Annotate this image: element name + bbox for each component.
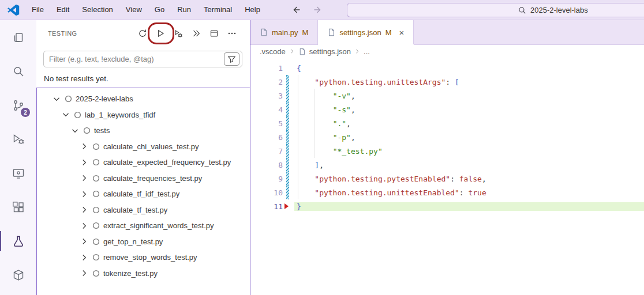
code-line-2[interactable]: 2 "python.testing.unittestArgs": [ (250, 75, 644, 89)
test-state-circle-icon (90, 174, 102, 183)
code-line-6[interactable]: 6 "-p", (250, 130, 644, 144)
menu-bar: FileEditSelectionViewGoRunTerminalHelp (25, 0, 267, 20)
tree-item-calculate_tf_test.py[interactable]: calculate_tf_test.py (37, 202, 250, 218)
line-number: 3 (250, 92, 283, 100)
chevron-right-icon[interactable] (78, 173, 90, 183)
modified-line-indicator (286, 75, 289, 89)
tree-item-2025-2-level-labs[interactable]: 2025-2-level-labs (37, 91, 250, 107)
tree-item-lab_1_keywords_tfidf[interactable]: lab_1_keywords_tfidf (37, 107, 250, 123)
debug-icon (12, 133, 25, 146)
code-line-8[interactable]: 8 ], (250, 158, 644, 172)
chevron-right-icon[interactable] (78, 205, 90, 214)
search-content: 2025-2-level-labs (518, 3, 588, 17)
gutter-decorations (283, 172, 294, 186)
activitybar-search[interactable] (0, 54, 36, 88)
chevron-right-icon[interactable] (78, 158, 90, 167)
gutter-decorations (283, 199, 294, 213)
test-state-circle-icon (90, 269, 102, 278)
tree-item-extract_significant_words_test.py[interactable]: extract_significant_words_test.py (37, 218, 250, 234)
forward-arrow-icon[interactable] (313, 5, 322, 14)
search-value: 2025-2-level-labs (530, 6, 588, 14)
chevron-down-icon[interactable] (60, 110, 72, 119)
menu-terminal[interactable]: Terminal (197, 0, 238, 20)
code-line-7[interactable]: 7 "*_test.py" (250, 144, 644, 158)
title-bar: FileEditSelectionViewGoRunTerminalHelp 2… (0, 0, 644, 20)
activitybar-run-and-debug[interactable] (0, 122, 36, 156)
editor-group: main.py M settings.json M × .vscode sett… (250, 20, 644, 295)
modified-line-indicator (286, 144, 289, 158)
show-output-button[interactable] (209, 29, 219, 38)
activitybar-remote-explorer[interactable] (0, 156, 36, 190)
tab-main-py[interactable]: main.py M (250, 20, 318, 44)
gutter-decorations (283, 103, 294, 116)
chevron-right-icon[interactable] (78, 253, 90, 262)
activitybar-source-control[interactable]: 2 (0, 88, 36, 122)
code-editor[interactable]: 1{2 "python.testing.unittestArgs": [3 "-… (250, 58, 644, 295)
activitybar-explorer[interactable] (0, 20, 36, 54)
filter-input[interactable] (49, 55, 224, 63)
chevron-right-icon (354, 48, 360, 54)
tree-item-label: get_top_n_test.py (102, 237, 163, 246)
gutter-decorations (283, 116, 294, 130)
tree-item-label: calculate_expected_frequency_test.py (102, 158, 231, 167)
code-line-3[interactable]: 3 "-v", (250, 89, 644, 103)
tab-settings-json[interactable]: settings.json M × (318, 20, 414, 44)
modified-line-indicator (286, 103, 289, 116)
code-line-4[interactable]: 4 "-s", (250, 103, 644, 116)
menu-file[interactable]: File (25, 0, 50, 20)
extensions-icon (12, 201, 25, 214)
tree-item-calculate_tf_idf_test.py[interactable]: calculate_tf_idf_test.py (37, 186, 250, 202)
breadcrumb-folder[interactable]: .vscode (260, 47, 286, 56)
code-line-9[interactable]: 9 "python.testing.pytestEnabled": false, (250, 172, 644, 186)
menu-run[interactable]: Run (171, 0, 197, 20)
testing-toolbar (138, 29, 250, 38)
testing-sidebar: TESTING (36, 20, 250, 295)
chevron-right-icon[interactable] (78, 142, 90, 151)
activity-bar: 2 (0, 20, 36, 295)
close-tab-icon[interactable]: × (399, 28, 404, 37)
menu-go[interactable]: Go (148, 0, 171, 20)
test-tree: 2025-2-level-labslab_1_keywords_tfidftes… (36, 88, 250, 295)
chevron-right-icon[interactable] (78, 221, 90, 230)
menu-help[interactable]: Help (238, 0, 267, 20)
code-lines: 1{2 "python.testing.unittestArgs": [3 "-… (250, 61, 644, 213)
tree-item-calculate_frequencies_test.py[interactable]: calculate_frequencies_test.py (37, 171, 250, 187)
tree-item-tokenize_test.py[interactable]: tokenize_test.py (37, 266, 250, 282)
back-arrow-icon[interactable] (292, 5, 301, 14)
breadcrumb-file[interactable]: settings.json (309, 47, 351, 56)
gutter-decorations (283, 158, 294, 172)
activitybar-testing[interactable] (0, 224, 36, 258)
history-navigation (292, 5, 322, 14)
activitybar-extensions[interactable] (0, 190, 36, 224)
run-tests-button[interactable] (156, 29, 165, 38)
search-icon (518, 6, 526, 14)
code-line-11[interactable]: 11} (250, 199, 644, 213)
menu-view[interactable]: View (119, 0, 148, 20)
code-line-1[interactable]: 1{ (250, 61, 644, 75)
chevron-down-icon[interactable] (69, 126, 81, 135)
test-results-status: No test results yet. (44, 74, 108, 83)
chevron-right-icon[interactable] (78, 190, 90, 199)
gutter-decorations (283, 186, 294, 199)
chevron-right-icon[interactable] (78, 237, 90, 246)
tree-item-calculate_chi_values_test.py[interactable]: calculate_chi_values_test.py (37, 139, 250, 155)
menu-edit[interactable]: Edit (50, 0, 76, 20)
tab-bar: main.py M settings.json M × (250, 20, 644, 45)
tree-item-get_top_n_test.py[interactable]: get_top_n_test.py (37, 234, 250, 250)
code-line-5[interactable]: 5 ".", (250, 116, 644, 130)
more-actions-button[interactable] (227, 29, 237, 38)
refresh-tests-button[interactable] (138, 29, 147, 38)
activitybar-package[interactable] (0, 258, 36, 292)
command-center-search[interactable]: 2025-2-level-labs (347, 3, 644, 17)
filter-options-button[interactable] (224, 52, 239, 66)
code-line-10[interactable]: 10 "python.testing.unittestEnabled": tru… (250, 186, 644, 199)
chevron-right-icon[interactable] (78, 268, 90, 278)
tree-item-remove_stop_words_test.py[interactable]: remove_stop_words_test.py (37, 249, 250, 266)
debug-tests-button[interactable] (174, 29, 183, 38)
coverage-tests-button[interactable] (192, 29, 201, 38)
breadcrumb-symbol[interactable]: ... (364, 47, 370, 56)
menu-selection[interactable]: Selection (76, 0, 119, 20)
tree-item-calculate_expected_frequency_test.py[interactable]: calculate_expected_frequency_test.py (37, 154, 250, 171)
tree-item-tests[interactable]: tests (37, 123, 250, 139)
chevron-down-icon[interactable] (51, 94, 62, 104)
